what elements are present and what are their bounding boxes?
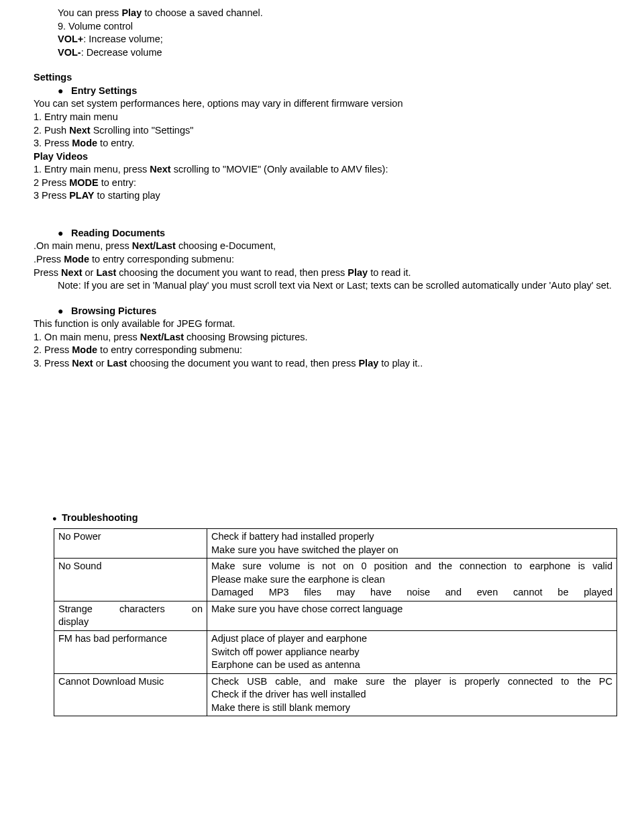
reading-note: Note: If you are set in 'Manual play' yo… (34, 279, 617, 293)
nextlast-label: Next/Last (132, 240, 176, 251)
text: 1. Entry main menu, press (34, 164, 150, 175)
text: You can press (58, 7, 121, 18)
table-row: Cannot Download Music Check USB cable, a… (54, 673, 617, 716)
bullet-icon: ● (58, 227, 71, 240)
browsing-heading: Browsing Pictures (71, 305, 156, 318)
mode-label: Mode (72, 344, 97, 355)
text: to starting play (95, 190, 160, 201)
fix-cell: Adjust place of player and earphoneSwitc… (207, 631, 617, 674)
intro-line4: VOL-: Decrease volume (58, 46, 617, 60)
fix-cell: Make sure you have chose correct languag… (207, 601, 617, 630)
pv-step1: 1. Entry main menu, press Next scrolling… (34, 163, 617, 177)
text: to entry: (99, 177, 136, 188)
settings-heading: Settings (34, 71, 617, 85)
fix-cell: Check USB cable, and make sure the playe… (207, 673, 617, 716)
issue-cell: No Power (54, 529, 207, 559)
table-row: No Sound Make sure volume is not on 0 po… (54, 559, 617, 601)
play-label: Play (358, 358, 378, 369)
intro-block: You can press Play to choose a saved cha… (58, 7, 617, 59)
text: or (93, 358, 107, 369)
play-label: PLAY (69, 190, 94, 201)
text: .Press (34, 254, 64, 264)
reading-bullet: ● Reading Documents (58, 227, 617, 240)
text: 3. Press (34, 138, 72, 148)
es-step1: 1. Entry main menu (34, 111, 617, 124)
text: scrolling to "MOVIE" (Only available to … (171, 164, 388, 175)
mode-label: Mode (72, 138, 97, 148)
volplus-label: VOL+ (58, 34, 83, 44)
text: 2 Press (34, 177, 69, 188)
text: choosing e-Document, (176, 240, 276, 251)
browsing-desc: This function is only available for JPEG… (34, 318, 617, 331)
table-row: FM has bad performance Adjust place of p… (54, 631, 617, 674)
browsing-step2: 2. Press Mode to entry corresponding sub… (34, 344, 617, 357)
reading-step3: Press Next or Last choosing the document… (34, 267, 617, 280)
browsing-step1: 1. On main menu, press Next/Last choosin… (34, 331, 617, 344)
text: to play it.. (378, 358, 423, 369)
table-row: No Power Check if battery had installed … (54, 529, 617, 559)
es-step3: 3. Press Mode to entry. (34, 137, 617, 150)
text: : Increase volume; (83, 34, 162, 44)
reading-heading: Reading Documents (71, 227, 165, 240)
text: .On main menu, press (34, 240, 132, 251)
mode-label: MODE (69, 177, 99, 188)
browsing-bullet: ● Browsing Pictures (58, 305, 617, 318)
text: : Decrease volume (81, 47, 162, 58)
es-step2: 2. Push Next Scrolling into "Settings" (34, 124, 617, 138)
issue-cell: No Sound (54, 559, 207, 601)
troubleshooting-table: No Power Check if battery had installed … (54, 528, 617, 716)
bullet-icon: ● (58, 305, 71, 318)
troubleshooting-bullet: ● Troubleshooting (52, 512, 617, 525)
bullet-icon: ● (52, 514, 62, 524)
text: to entry corresponding submenu: (97, 344, 242, 355)
intro-line2: 9. Volume control (58, 20, 617, 34)
text: Press (34, 267, 61, 278)
issue-cell: Strange characters ondisplay (54, 601, 207, 630)
text: 3 Press (34, 190, 69, 201)
play-videos-heading: Play Videos (34, 150, 617, 164)
reading-step1: .On main menu, press Next/Last choosing … (34, 240, 617, 253)
mode-label: Mode (64, 254, 89, 264)
browsing-step3: 3. Press Next or Last choosing the docum… (34, 357, 617, 371)
text: or (83, 267, 97, 278)
reading-step2: .Press Mode to entry corresponding subme… (34, 253, 617, 267)
text: to read it. (368, 267, 411, 278)
text: to choose a saved channel. (142, 7, 263, 18)
pv-step2: 2 Press MODE to entry: (34, 177, 617, 190)
entry-settings-bullet: ● Entry Settings (58, 85, 617, 98)
text: Scrolling into "Settings" (91, 125, 194, 136)
last-label: Last (107, 358, 127, 369)
text: to entry corresponding submenu: (89, 254, 234, 264)
fix-cell: Check if battery had installed properlyM… (207, 529, 617, 559)
text: to entry. (97, 138, 134, 148)
text: choosing Browsing pictures. (184, 332, 308, 342)
intro-line1: You can press Play to choose a saved cha… (58, 7, 617, 20)
text: 2. Push (34, 125, 69, 136)
volminus-label: VOL- (58, 47, 81, 58)
issue-cell: Cannot Download Music (54, 673, 207, 716)
text: choosing the document you want to read, … (116, 267, 347, 278)
entry-settings-desc: You can set system performances here, op… (34, 97, 617, 111)
bullet-icon: ● (58, 85, 71, 97)
entry-settings-heading: Entry Settings (71, 85, 137, 98)
intro-line3: VOL+: Increase volume; (58, 33, 617, 46)
pv-step3: 3 Press PLAY to starting play (34, 189, 617, 203)
issue-cell: FM has bad performance (54, 631, 207, 674)
text: 3. Press (34, 358, 72, 369)
next-label: Next (69, 125, 90, 136)
next-label: Next (150, 164, 170, 175)
table-row: Strange characters ondisplay Make sure y… (54, 601, 617, 630)
next-label: Next (72, 358, 93, 369)
next-label: Next (61, 267, 82, 278)
text: choosing the document you want to read, … (127, 358, 358, 369)
fix-cell: Make sure volume is not on 0 position an… (207, 559, 617, 601)
troubleshooting-heading: Troubleshooting (62, 512, 138, 525)
nextlast-label: Next/Last (140, 332, 184, 342)
play-label: Play (347, 267, 368, 278)
play-label: Play (121, 7, 142, 18)
text: 2. Press (34, 344, 72, 355)
text: 1. On main menu, press (34, 332, 140, 342)
last-label: Last (96, 267, 116, 278)
